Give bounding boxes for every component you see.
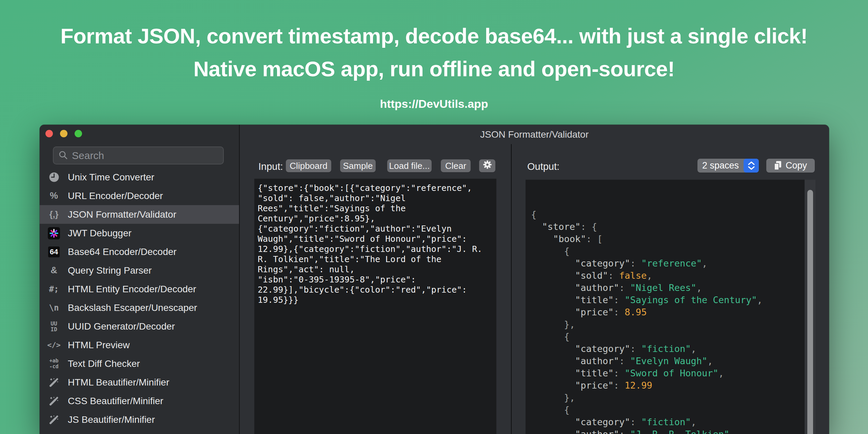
close-window-button[interactable] [45, 130, 53, 137]
panel-divider [511, 144, 512, 434]
search-input[interactable] [72, 150, 218, 161]
stepper-icon [744, 159, 759, 173]
sidebar-item-unix-time-converter[interactable]: Unix Time Converter [40, 168, 239, 186]
output-text-area[interactable]: { "store": { "book": [ { "category": "re… [526, 180, 815, 434]
jwt-icon [46, 227, 61, 239]
search-icon [58, 150, 68, 161]
sidebar-item-label: JSON Formatter/Validator [68, 209, 176, 220]
traffic-lights [45, 130, 82, 137]
clipboard-button[interactable]: Clipboard [286, 159, 331, 172]
sidebar-item-base64[interactable]: 64 Base64 Encoder/Decoder [40, 242, 239, 261]
sidebar-item-uuid[interactable]: UU ID UUID Generator/Decoder [40, 317, 239, 336]
sidebar-item-label: Backslash Escaper/Unescaper [68, 302, 197, 313]
hero-url: https://DevUtils.app [0, 97, 868, 111]
sidebar-item-html-preview[interactable]: </> HTML Preview [40, 336, 239, 354]
clear-button[interactable]: Clear [441, 159, 471, 172]
braces-icon: {,} [46, 210, 61, 219]
sample-button[interactable]: Sample [340, 159, 376, 172]
sidebar-item-label: HTML Beautifier/Minifier [68, 377, 169, 388]
sidebar-item-label: URL Encoder/Decoder [68, 191, 163, 201]
copy-button[interactable]: Copy [766, 159, 815, 173]
output-scrollbar-track[interactable] [805, 180, 815, 434]
indent-dropdown-value: 2 spaces [697, 160, 744, 171]
sidebar-item-label: JS Beautifier/Minifier [68, 414, 155, 425]
sidebar-item-json-formatter[interactable]: {,} JSON Formatter/Validator [40, 205, 239, 224]
sidebar-item-html-beautifier[interactable]: HTML Beautifier/Minifier [40, 373, 239, 392]
window-title: JSON Formatter/Validator [480, 129, 589, 140]
wand-icon [46, 377, 61, 388]
clock-icon [46, 172, 61, 182]
percent-icon: % [46, 191, 61, 201]
sidebar-item-css-beautifier[interactable]: CSS Beautifier/Minifier [40, 392, 239, 410]
sidebar-item-label: UUID Generator/Decoder [68, 321, 175, 332]
wand-icon [46, 396, 61, 407]
sidebar-item-label: Unix Time Converter [68, 172, 154, 183]
sidebar-item-query-string[interactable]: & Query String Parser [40, 261, 239, 280]
input-label: Input: [258, 161, 283, 172]
ampersand-icon: & [46, 265, 61, 276]
sidebar-item-label: JWT Debugger [68, 228, 132, 239]
input-settings-button[interactable] [479, 159, 495, 172]
uuid-icon: UU ID [46, 321, 61, 332]
hash-semicolon-icon: #; [46, 284, 61, 294]
sidebar-item-js-beautifier[interactable]: JS Beautifier/Minifier [40, 410, 239, 429]
output-label: Output: [527, 161, 559, 172]
wand-icon [46, 433, 61, 434]
hero-banner: Format JSON, convert timestamp, decode b… [0, 20, 868, 111]
copy-icon [774, 161, 782, 170]
backslash-n-icon: \n [46, 303, 61, 313]
minimize-window-button[interactable] [60, 130, 67, 137]
input-text-area[interactable]: {"store":{"book":[{"category":"reference… [254, 179, 496, 434]
window-titlebar: JSON Formatter/Validator [240, 125, 829, 144]
load-file-button[interactable]: Load file... [387, 159, 432, 172]
base64-icon: 64 [46, 246, 61, 257]
sidebar-nav: Unix Time Converter % URL Encoder/Decode… [40, 168, 239, 434]
sidebar-item-label: HTML Entity Encoder/Decoder [68, 284, 196, 295]
sidebar-item-backslash-escaper[interactable]: \n Backslash Escaper/Unescaper [40, 298, 239, 317]
zoom-window-button[interactable] [75, 130, 82, 137]
sidebar-item-label: Text Diff Checker [68, 358, 140, 369]
sidebar-item-jwt-debugger[interactable]: JWT Debugger [40, 224, 239, 242]
sidebar-item-label: Base64 Encoder/Decoder [68, 246, 177, 257]
output-scrollbar-thumb[interactable] [807, 190, 813, 434]
gear-icon [483, 160, 492, 172]
hero-headline-1: Format JSON, convert timestamp, decode b… [0, 20, 868, 53]
sidebar-item-label: CSS Beautifier/Minifier [68, 396, 163, 407]
hero-headline-2: Native macOS app, run offline and open-s… [0, 53, 868, 85]
copy-button-label: Copy [786, 160, 807, 171]
diff-icon: +ab -cd [46, 358, 61, 370]
sidebar-item-partial[interactable] [40, 429, 239, 434]
sidebar-item-text-diff[interactable]: +ab -cd Text Diff Checker [40, 354, 239, 373]
app-window: Unix Time Converter % URL Encoder/Decode… [40, 125, 829, 434]
sidebar-search[interactable] [53, 146, 224, 164]
wand-icon [46, 414, 61, 425]
main-content: JSON Formatter/Validator Input: Clipboar… [240, 125, 829, 434]
indent-dropdown[interactable]: 2 spaces [697, 159, 759, 173]
sidebar-item-label: HTML Preview [68, 340, 130, 351]
output-json: { "store": { "book": [ { "category": "re… [531, 209, 815, 434]
sidebar-item-html-entity[interactable]: #; HTML Entity Encoder/Decoder [40, 280, 239, 298]
code-tag-icon: </> [46, 341, 61, 349]
sidebar: Unix Time Converter % URL Encoder/Decode… [40, 125, 239, 434]
sidebar-item-label: Query String Parser [68, 265, 152, 276]
sidebar-item-url-encoder[interactable]: % URL Encoder/Decoder [40, 186, 239, 205]
